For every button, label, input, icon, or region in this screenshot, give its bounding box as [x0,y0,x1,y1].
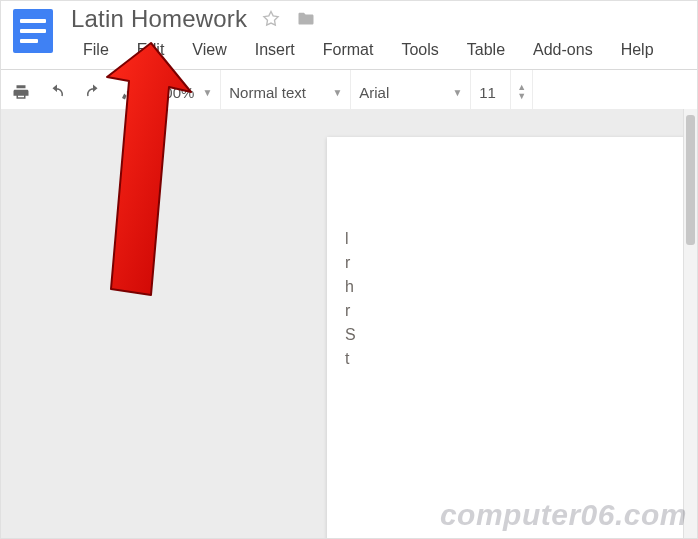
font-size-stepper[interactable]: ▲ ▼ [511,70,533,114]
zoom-select[interactable]: 100% ▼ [148,70,221,114]
menu-format[interactable]: Format [309,37,388,63]
paragraph-style-select[interactable]: Normal text ▼ [221,70,351,114]
menubar: File Edit View Insert Format Tools Table… [65,33,697,69]
folder-icon[interactable] [295,9,317,29]
undo-icon[interactable] [47,83,67,101]
font-size-select[interactable]: 11 [471,70,511,114]
watermark: computer06.com [440,498,687,532]
document-page[interactable]: l r h r S t [327,137,697,538]
scrollbar-thumb[interactable] [686,115,695,245]
redo-icon[interactable] [83,83,103,101]
menu-help[interactable]: Help [607,37,668,63]
print-icon[interactable] [11,83,31,101]
toolbar: 100% ▼ Normal text ▼ Arial ▼ 11 ▲ ▼ [1,70,697,114]
zoom-value: 100% [156,84,194,101]
menu-insert[interactable]: Insert [241,37,309,63]
paragraph-style-value: Normal text [229,84,306,101]
chevron-down-icon: ▼ [452,87,462,98]
menu-view[interactable]: View [178,37,240,63]
vertical-scrollbar[interactable] [683,109,697,538]
font-size-value: 11 [479,84,496,101]
menu-tools[interactable]: Tools [387,37,452,63]
chevron-down-icon: ▼ [332,87,342,98]
editor-canvas[interactable]: l r h r S t [1,109,697,538]
menu-table[interactable]: Table [453,37,519,63]
chevron-down-icon: ▼ [517,92,526,101]
star-icon[interactable] [261,9,281,29]
menu-file[interactable]: File [69,37,123,63]
menu-edit[interactable]: Edit [123,37,179,63]
menu-addons[interactable]: Add-ons [519,37,607,63]
app-logo[interactable] [1,5,65,53]
chevron-down-icon: ▼ [202,87,212,98]
paint-format-icon[interactable] [119,83,137,101]
font-family-value: Arial [359,84,389,101]
page-text-stub: l r h r S t [345,227,697,371]
font-family-select[interactable]: Arial ▼ [351,70,471,114]
document-title[interactable]: Latin Homework [71,5,247,33]
